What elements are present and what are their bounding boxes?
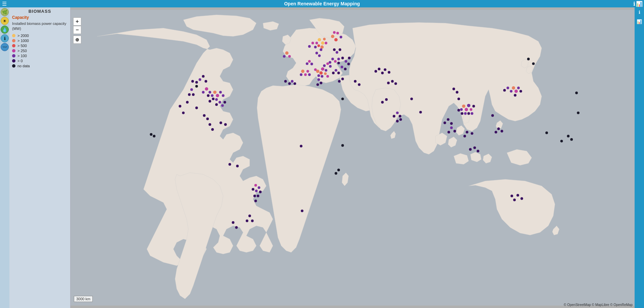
sidebar-panel-title: BIOMASS bbox=[12, 9, 67, 14]
zoom-out-button[interactable]: − bbox=[73, 26, 81, 34]
svg-point-20 bbox=[325, 42, 327, 44]
svg-point-86 bbox=[203, 114, 205, 117]
legend-item-1000: > 1000 bbox=[12, 39, 67, 43]
svg-point-50 bbox=[344, 60, 347, 63]
header-right-icons: ℹ 📊 bbox=[633, 0, 643, 7]
svg-point-90 bbox=[254, 184, 257, 187]
svg-point-143 bbox=[153, 135, 155, 138]
svg-point-52 bbox=[347, 63, 350, 65]
svg-point-155 bbox=[456, 91, 458, 93]
svg-point-164 bbox=[195, 107, 198, 109]
right-chart-icon[interactable]: 📊 bbox=[635, 17, 643, 26]
svg-point-71 bbox=[219, 101, 221, 104]
right-info-icon[interactable]: ℹ bbox=[635, 8, 643, 16]
svg-point-148 bbox=[301, 209, 304, 212]
compass-button[interactable]: ⊕ bbox=[73, 36, 81, 44]
zoom-in-button[interactable]: + bbox=[73, 17, 81, 26]
svg-point-162 bbox=[575, 91, 578, 94]
svg-point-108 bbox=[464, 112, 467, 115]
world-map bbox=[71, 7, 635, 308]
map-container[interactable]: + − ⊕ 3000 km © OpenStreetMap © MapLibre… bbox=[71, 7, 635, 308]
svg-point-17 bbox=[320, 45, 324, 49]
svg-point-187 bbox=[450, 122, 453, 125]
svg-point-23 bbox=[331, 35, 334, 38]
svg-point-94 bbox=[252, 188, 255, 191]
svg-point-166 bbox=[186, 101, 189, 104]
svg-point-177 bbox=[340, 66, 343, 68]
svg-point-152 bbox=[391, 80, 394, 83]
legend: > 2000 > 1000 > 500 > 250 bbox=[12, 34, 67, 68]
svg-point-137 bbox=[477, 150, 479, 152]
svg-point-83 bbox=[195, 81, 198, 84]
sidebar-icons: 🌿 ☀ 💧 ℹ 〰 bbox=[0, 7, 9, 308]
legend-label-nodata: no data bbox=[17, 64, 30, 68]
svg-point-80 bbox=[215, 98, 218, 101]
svg-point-169 bbox=[224, 123, 227, 126]
svg-point-64 bbox=[219, 91, 222, 93]
svg-point-61 bbox=[314, 46, 317, 48]
svg-point-36 bbox=[329, 61, 331, 64]
svg-point-25 bbox=[336, 32, 339, 34]
svg-point-40 bbox=[329, 65, 332, 68]
sidebar-icon-hydro[interactable]: 💧 bbox=[1, 26, 9, 34]
svg-point-39 bbox=[326, 62, 329, 65]
svg-point-105 bbox=[467, 104, 470, 107]
legend-label-0: > 0 bbox=[17, 59, 23, 63]
svg-point-182 bbox=[335, 172, 337, 175]
svg-point-103 bbox=[462, 105, 465, 108]
svg-point-181 bbox=[341, 98, 344, 100]
svg-point-22 bbox=[320, 48, 322, 51]
legend-label-500: > 500 bbox=[17, 44, 27, 48]
legend-dot-0 bbox=[12, 59, 15, 63]
capacity-label[interactable]: Capacity bbox=[12, 15, 67, 20]
svg-point-153 bbox=[395, 82, 397, 85]
svg-point-14 bbox=[308, 73, 311, 76]
svg-point-3 bbox=[321, 67, 324, 71]
legend-dot-1000 bbox=[12, 39, 15, 42]
svg-point-180 bbox=[284, 80, 287, 83]
sidebar-icon-wave[interactable]: 〰 bbox=[1, 43, 9, 51]
svg-point-58 bbox=[318, 54, 321, 57]
svg-point-104 bbox=[465, 108, 468, 111]
svg-point-68 bbox=[209, 91, 211, 93]
legend-item-500: > 500 bbox=[12, 44, 67, 48]
svg-point-170 bbox=[232, 221, 234, 224]
svg-point-91 bbox=[258, 186, 260, 189]
svg-point-131 bbox=[378, 68, 380, 70]
svg-point-60 bbox=[308, 45, 311, 48]
sidebar-icon-solar[interactable]: ☀ bbox=[1, 17, 9, 25]
svg-point-193 bbox=[495, 131, 497, 133]
sidebar-icon-biomass[interactable]: 🌿 bbox=[1, 8, 9, 16]
hamburger-menu-icon[interactable]: ☰ bbox=[2, 1, 7, 7]
svg-point-24 bbox=[334, 38, 338, 41]
svg-point-47 bbox=[335, 69, 337, 72]
header-chart-icon[interactable]: 📊 bbox=[636, 1, 643, 7]
sidebar-desc-line2: (MW) bbox=[12, 27, 21, 31]
sidebar-panel: BIOMASS Capacity Installed biomass power… bbox=[9, 7, 70, 308]
svg-point-142 bbox=[150, 133, 152, 136]
sidebar-icon-info[interactable]: ℹ bbox=[1, 34, 9, 42]
svg-point-75 bbox=[190, 88, 193, 91]
legend-item-250: > 250 bbox=[12, 49, 67, 53]
svg-point-172 bbox=[195, 85, 198, 88]
svg-point-42 bbox=[320, 82, 322, 84]
svg-point-5 bbox=[324, 72, 327, 75]
svg-point-154 bbox=[452, 87, 455, 90]
svg-point-96 bbox=[254, 195, 256, 197]
svg-point-146 bbox=[560, 140, 563, 143]
svg-point-168 bbox=[220, 121, 222, 124]
sidebar-description: Installed biomass power capacity (MW) bbox=[12, 21, 67, 32]
legend-dot-250 bbox=[12, 49, 15, 52]
svg-point-194 bbox=[410, 98, 413, 100]
svg-point-72 bbox=[221, 104, 224, 107]
svg-point-157 bbox=[491, 114, 494, 117]
header-info-icon[interactable]: ℹ bbox=[633, 1, 635, 7]
svg-point-73 bbox=[215, 103, 218, 106]
svg-point-179 bbox=[337, 62, 340, 64]
svg-point-173 bbox=[527, 58, 530, 61]
svg-point-132 bbox=[381, 72, 384, 74]
svg-point-74 bbox=[224, 101, 226, 104]
svg-point-192 bbox=[501, 130, 503, 132]
svg-point-115 bbox=[514, 89, 518, 93]
scale-label: 3000 km bbox=[76, 297, 90, 301]
